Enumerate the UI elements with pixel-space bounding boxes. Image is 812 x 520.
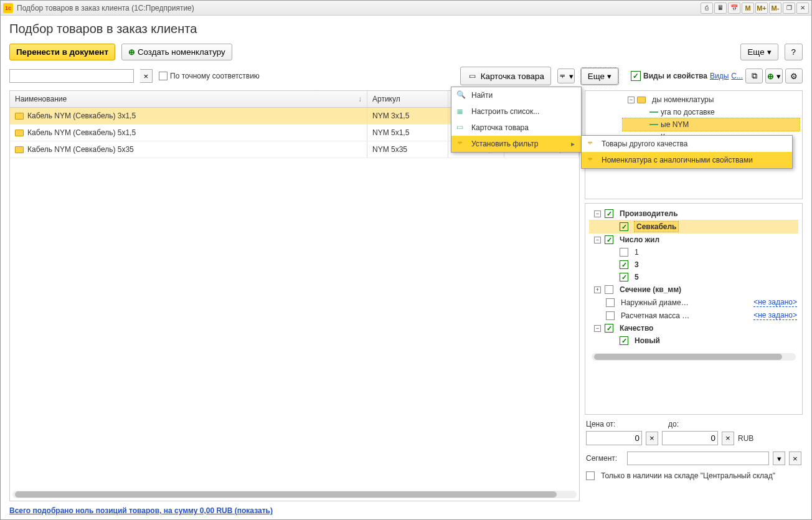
- clear-search-button[interactable]: ×: [140, 69, 153, 83]
- property-row[interactable]: −Число жил: [589, 234, 798, 246]
- clear-price-from-button[interactable]: ×: [646, 432, 658, 445]
- folder-icon: [15, 146, 24, 153]
- segment-dropdown-button[interactable]: ▾: [773, 451, 785, 465]
- list-icon: [456, 106, 466, 116]
- card-icon: ▭: [467, 70, 478, 82]
- maximize-icon[interactable]: ❐: [783, 2, 795, 14]
- menu-find[interactable]: Найти: [451, 87, 581, 103]
- properties-panel: −ПроизводительСевкабель−Число жил135+Сеч…: [585, 203, 803, 415]
- submenu-analog-props[interactable]: Номенклатура с аналогичными свойствами: [582, 152, 792, 168]
- property-checkbox[interactable]: [620, 336, 628, 345]
- property-row[interactable]: Севкабель: [589, 220, 798, 234]
- exact-match-label[interactable]: По точному соответствию: [159, 72, 260, 80]
- memory-mminus-button[interactable]: M-: [769, 2, 781, 14]
- settings-button[interactable]: ⚙: [785, 69, 803, 83]
- property-checkbox[interactable]: [606, 298, 615, 307]
- item-icon: [649, 124, 658, 125]
- property-label: 3: [635, 260, 639, 269]
- right-toolbar: Виды и свойства Виды С... ⧉ ⊕▾ ⚙: [631, 69, 803, 83]
- tree-label: ые NYM: [661, 120, 689, 129]
- filter-icon: [587, 155, 597, 165]
- create-nomenclature-button[interactable]: ⊕ Создать номенклатуру: [121, 44, 232, 60]
- filter-icon: [456, 139, 466, 149]
- transfer-button[interactable]: Перенести в документ: [9, 44, 115, 60]
- memory-mplus-button[interactable]: M+: [755, 2, 768, 14]
- property-value-link[interactable]: <не задано>: [753, 298, 797, 307]
- exact-match-checkbox[interactable]: [159, 72, 168, 80]
- main-toolbar: Перенести в документ ⊕ Создать номенклат…: [9, 44, 803, 60]
- calc-icon[interactable]: 🖩: [714, 2, 727, 14]
- views-link[interactable]: Виды: [710, 72, 729, 80]
- add-button[interactable]: ⊕▾: [765, 69, 783, 83]
- print-icon[interactable]: ⎙: [701, 2, 713, 14]
- menu-set-filter[interactable]: Установить фильтр ▸ Товары другого качес…: [451, 136, 581, 152]
- property-row[interactable]: −Качество: [589, 322, 798, 334]
- property-row[interactable]: +Сечение (кв_мм): [589, 283, 798, 296]
- copy-button[interactable]: ⧉: [745, 69, 763, 83]
- property-row[interactable]: Наружный диаме…<не задано>: [589, 296, 798, 309]
- col-name[interactable]: Наименование↓: [10, 91, 367, 107]
- memory-m-button[interactable]: M: [742, 2, 754, 14]
- expander-icon[interactable]: +: [594, 286, 601, 293]
- tree-label: уга по доставке: [661, 108, 715, 116]
- property-row[interactable]: Расчетная масса …<не задано>: [589, 309, 798, 322]
- stock-only-row[interactable]: Только в наличии на складе "Центральный …: [585, 470, 803, 481]
- menu-product-card[interactable]: Карточка товара: [451, 120, 581, 136]
- help-button[interactable]: ?: [785, 44, 803, 60]
- submenu-other-quality[interactable]: Товары другого качества: [582, 136, 792, 152]
- property-label: Расчетная масса …: [621, 311, 689, 320]
- property-label: Качество: [620, 324, 653, 333]
- segment-input[interactable]: [627, 451, 769, 465]
- h-scrollbar[interactable]: [12, 491, 577, 498]
- property-row[interactable]: 3: [589, 258, 798, 271]
- price-from-input[interactable]: [586, 431, 642, 445]
- price-to-input[interactable]: [662, 431, 718, 445]
- copy-icon: ⧉: [752, 71, 757, 81]
- props-link[interactable]: С...: [731, 72, 743, 80]
- stock-only-label: Только в наличии на складе "Центральный …: [601, 471, 775, 480]
- expander-icon[interactable]: −: [628, 97, 635, 103]
- segment-row: Сегмент: ▾ ×: [585, 450, 803, 466]
- sort-arrow-icon: ↓: [358, 95, 362, 103]
- menu-configure-list[interactable]: Настроить список...: [451, 103, 581, 120]
- property-row[interactable]: 1: [589, 246, 798, 258]
- property-checkbox[interactable]: [620, 248, 628, 257]
- cart-summary-link[interactable]: Всего подобрано ноль позиций товаров, на…: [9, 506, 273, 515]
- property-row[interactable]: −Производитель: [589, 207, 798, 220]
- price-filter: Цена от: до: × × RUB: [585, 418, 803, 447]
- property-row[interactable]: Новый: [589, 334, 798, 347]
- stock-only-checkbox[interactable]: [586, 471, 595, 480]
- property-value-link[interactable]: <не задано>: [753, 311, 797, 320]
- col-article[interactable]: Артикул: [367, 91, 448, 107]
- filter-dropdown-button[interactable]: ⫧▾: [557, 69, 575, 83]
- expander-icon[interactable]: −: [594, 237, 601, 243]
- property-checkbox[interactable]: [605, 285, 613, 294]
- property-label: 1: [635, 248, 639, 257]
- more-button[interactable]: Еще ▾: [740, 44, 778, 60]
- clear-price-to-button[interactable]: ×: [722, 432, 734, 445]
- property-checkbox[interactable]: [606, 311, 615, 320]
- property-checkbox[interactable]: [605, 209, 613, 218]
- tree-label: ды номенклатуры: [652, 95, 714, 104]
- property-row[interactable]: 5: [589, 271, 798, 283]
- property-checkbox[interactable]: [620, 260, 628, 269]
- property-checkbox[interactable]: [605, 324, 613, 333]
- close-icon[interactable]: ✕: [796, 2, 809, 14]
- more2-button[interactable]: Еще ▾: [581, 68, 618, 85]
- product-card-button[interactable]: ▭ Карточка товара: [460, 67, 551, 85]
- h-scrollbar[interactable]: [592, 353, 796, 361]
- calendar-icon[interactable]: 📅: [728, 2, 740, 14]
- expander-icon[interactable]: −: [594, 210, 601, 217]
- views-props-checkbox[interactable]: [631, 71, 641, 81]
- tree-item[interactable]: уга по доставке: [623, 106, 800, 118]
- clear-segment-button[interactable]: ×: [789, 451, 801, 465]
- property-checkbox[interactable]: [620, 273, 628, 281]
- expander-icon[interactable]: −: [594, 325, 601, 332]
- search-toolbar: × По точному соответствию ▭ Карточка тов…: [9, 67, 803, 85]
- property-checkbox[interactable]: [620, 222, 628, 231]
- property-checkbox[interactable]: [605, 235, 613, 244]
- tree-item[interactable]: −ды номенклатуры: [623, 93, 800, 106]
- search-input[interactable]: [9, 69, 134, 83]
- tree-item[interactable]: ые NYM: [623, 118, 800, 131]
- page-title: Подбор товаров в заказ клиента: [9, 22, 803, 36]
